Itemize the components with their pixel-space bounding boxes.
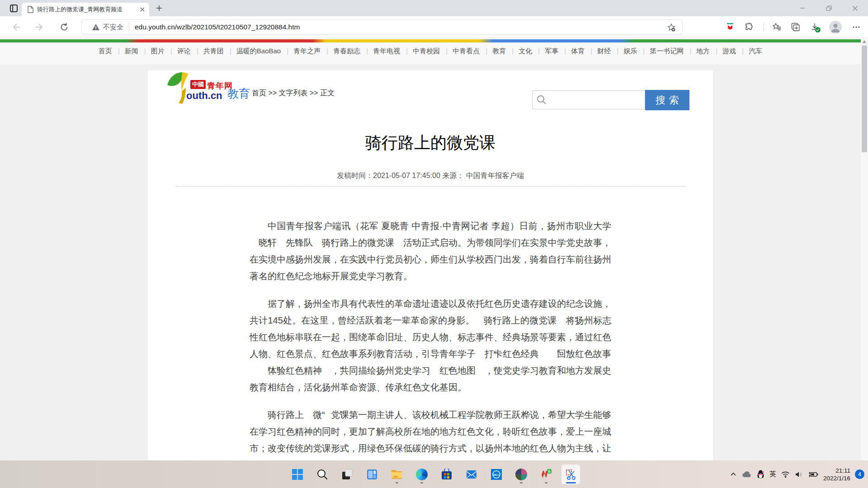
minimize-button[interactable] [789,0,816,16]
taskbar-clock[interactable]: 21:11 2022/1/16 [823,467,850,482]
qq-icon[interactable] [757,470,764,479]
tab-title-fade [127,5,137,14]
article-paragraph: 骑行路上“微”党课第一期主讲人、该校机械工程学院教师王跃桦说，希望大学生能够在学… [250,407,611,457]
svg-text:S: S [548,469,551,474]
snipping-tool-icon[interactable] [561,465,580,484]
site-nav-link[interactable]: 财经 [591,47,617,56]
site-nav-link[interactable]: 青春励志 [327,47,367,56]
site-nav-link[interactable]: 青年之声 [287,47,327,56]
article-container: 中國 青年网 outh.cn 教育 首页 >> 文字列表 >> 正文 搜索 骑行… [148,70,713,460]
task-view-icon[interactable] [338,465,356,484]
site-nav-link[interactable]: 娱乐 [617,47,643,56]
close-window-button[interactable] [842,0,868,16]
back-icon[interactable] [11,23,20,32]
settings-menu-icon[interactable] [852,23,861,32]
battery-icon[interactable] [808,471,818,478]
site-nav-link[interactable]: 评论 [171,47,197,56]
not-secure-warning-icon [92,23,100,31]
tab-workspaces-icon[interactable] [10,5,18,12]
window-controls [789,0,868,16]
browser-toolbar: 不安全 edu.youth.cn/wzlb/202105/t20210507_1… [0,16,868,38]
notification-badge[interactable]: 4 [855,469,864,479]
article-title: 骑行路上的微党课 [148,134,713,152]
tab-close-icon[interactable] [139,6,146,13]
site-nav-link[interactable]: 汽车 [742,47,769,56]
rainbow-stripe [0,39,868,42]
address-divider [129,23,129,31]
volume-icon[interactable] [795,471,803,478]
new-tab-button[interactable] [156,5,163,12]
not-secure-label[interactable]: 不安全 [103,23,123,32]
logo-cn-badge: 中國 [190,80,206,89]
dell-icon[interactable]: DELL [487,465,505,484]
tab-title: 骑行路上的微党课_青网教育频道 [37,5,123,14]
scrollbar-up-arrow[interactable] [863,40,866,43]
scrollbar-thumb[interactable] [862,46,867,152]
page-scrollbar[interactable] [861,38,868,460]
site-nav-link[interactable]: 体育 [565,47,591,56]
site-nav-link[interactable]: 首页 [92,47,118,56]
widgets-icon[interactable] [363,465,381,484]
file-explorer-icon[interactable] [387,465,406,484]
site-nav-link[interactable]: 教育 [486,47,512,56]
page-viewport: 首页新闻图片评论共青团温暖的BaoBao青年之声青春励志青年电视中青校园中青看点… [0,38,868,460]
refresh-icon[interactable] [60,23,69,32]
svg-text:DELL: DELL [493,473,500,476]
site-nav-link[interactable]: 温暖的BaoBao [230,47,287,56]
browser-tabbar: 骑行路上的微党课_青网教育频道 [0,0,868,16]
photos-icon[interactable] [512,465,530,484]
site-header: 中國 青年网 outh.cn 教育 首页 >> 文字列表 >> 正文 搜索 [148,70,713,108]
wifi-icon[interactable] [781,471,790,478]
taskbar-icons: DELL S [288,460,580,488]
favorites-icon[interactable] [772,23,781,32]
extensions-puzzle-icon[interactable] [745,23,754,32]
toolbar-icons [726,16,868,38]
downloads-icon[interactable] [810,23,819,32]
article-paragraph: 据了解，扬州全市具有代表性的革命遗址遗迹以及依托红色历史遗存建设的纪念设施，共计… [250,296,611,396]
search-icon [536,94,547,105]
wps-office-icon[interactable]: S [537,465,555,484]
site-nav-link[interactable]: 地方 [690,47,716,56]
search-button[interactable]: 搜索 [645,90,689,110]
mail-icon[interactable] [462,465,481,484]
article-meta: 发稿时间：2021-05-07 17:45:00 来源： 中国青年报客户端 [148,172,713,180]
browser-tab[interactable]: 骑行路上的微党课_青网教育频道 [22,3,149,16]
meta-divider [176,186,685,187]
site-nav-link[interactable]: 青年电视 [367,47,406,56]
breadcrumb[interactable]: 首页 >> 文字列表 >> 正文 [252,89,335,98]
start-button[interactable] [288,465,307,484]
site-nav-link[interactable]: 中青校园 [406,47,446,56]
taskbar-search-icon[interactable] [313,465,331,484]
ime-indicator[interactable]: 英 [769,470,776,479]
edge-browser-icon[interactable] [412,465,431,484]
page-background: 中國 青年网 outh.cn 教育 首页 >> 文字列表 >> 正文 搜索 骑行… [0,65,861,460]
page-favicon-icon [27,6,33,13]
tray-chevron-icon[interactable] [730,471,737,478]
site-nav-link[interactable]: 图片 [145,47,171,56]
site-nav-link[interactable]: 共青团 [197,47,230,56]
site-nav-link[interactable]: 文化 [512,47,538,56]
address-bar[interactable]: 不安全 edu.youth.cn/wzlb/202105/t20210507_1… [81,19,683,35]
profile-avatar[interactable] [829,21,842,33]
site-nav-link[interactable]: 中青看点 [446,47,486,56]
forward-icon[interactable] [35,23,44,32]
onedrive-icon[interactable] [742,471,752,478]
search-input[interactable] [532,90,645,109]
site-nav-link[interactable]: 游戏 [716,47,742,56]
tray-time: 21:11 [823,467,850,474]
screen: 骑行路上的微党课_青网教育频道 不安全 edu.youth.cn/wzlb/20… [0,0,868,488]
microsoft-store-icon[interactable] [437,465,456,484]
favorite-star-icon[interactable] [667,23,676,32]
channel-label[interactable]: 教育 [227,86,250,101]
site-nav-link[interactable]: 新闻 [118,47,145,56]
site-nav-link[interactable]: 军事 [538,47,565,56]
restore-button[interactable] [816,0,842,16]
site-nav-link[interactable]: 第一书记网 [643,47,690,56]
site-nav: 首页新闻图片评论共青团温暖的BaoBao青年之声青春励志青年电视中青校园中青看点… [0,42,861,65]
windows-taskbar: DELL S 英 21:11 20 [0,460,868,488]
logo-latin-text: outh.cn [186,90,222,102]
article-body: 中国青年报客户端讯（花军 夏晓青 中青报·中青网记者 李超）日前，扬州市职业大学… [250,218,611,457]
mcafee-extension-icon[interactable] [726,23,735,32]
collections-icon[interactable] [791,23,800,32]
address-url[interactable]: edu.youth.cn/wzlb/202105/t20210507_12920… [135,23,300,31]
